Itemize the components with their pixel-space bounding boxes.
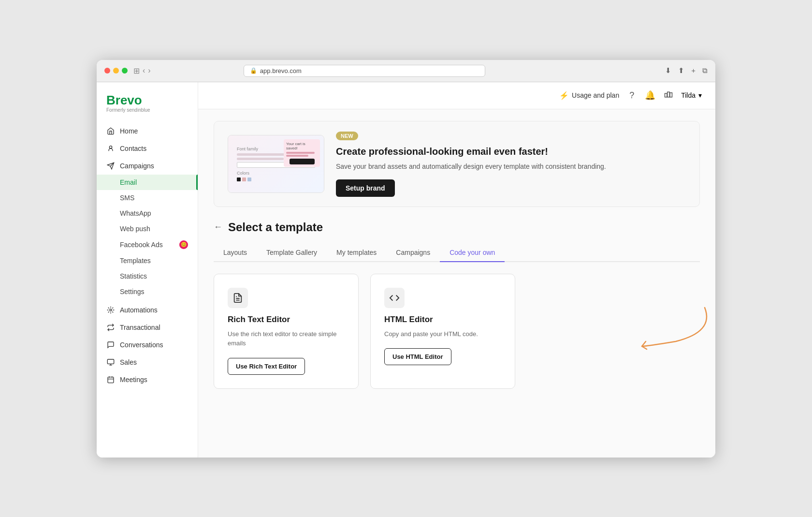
sidebar-item-home[interactable]: Home xyxy=(97,122,198,140)
tabs-icon[interactable]: ⧉ xyxy=(702,66,708,75)
sidebar-label-transactional: Transactional xyxy=(120,324,160,331)
sidebar-item-templates[interactable]: Templates xyxy=(97,253,198,268)
logo-section: Brevo Formerly sendinblue xyxy=(97,90,198,122)
user-name: Tilda xyxy=(681,91,696,99)
select-template-title: Select a template xyxy=(228,221,323,234)
sidebar-item-sms[interactable]: SMS xyxy=(97,190,198,206)
sidebar-label-campaigns: Campaigns xyxy=(120,162,154,170)
promo-banner: Font family Colors xyxy=(214,121,700,207)
org-icon[interactable] xyxy=(664,90,673,100)
contacts-icon xyxy=(106,144,115,153)
promo-badge: NEW xyxy=(336,132,358,140)
sidebar-label-web-push: Web push xyxy=(120,225,150,233)
tab-code-your-own[interactable]: Code your own xyxy=(440,244,505,262)
traffic-lights xyxy=(104,68,128,74)
promo-title: Create professional-looking email even f… xyxy=(336,145,686,158)
close-button[interactable] xyxy=(104,68,110,74)
url-text: app.brevo.com xyxy=(260,67,302,74)
sidebar-label-meetings: Meetings xyxy=(120,376,147,384)
use-html-editor-button[interactable]: Use HTML Editor xyxy=(384,348,451,365)
promo-desc: Save your brand assets and automatically… xyxy=(336,162,686,172)
browser-actions: ⬇ ⬆ + ⧉ xyxy=(665,66,708,75)
browser-window: ⊞ ‹ › 🔒 app.brevo.com ⬇ ⬆ + ⧉ Brevo Form… xyxy=(97,60,715,458)
notifications-icon[interactable]: 🔔 xyxy=(645,90,655,100)
html-editor-card[interactable]: HTML Editor Copy and paste your HTML cod… xyxy=(370,274,515,389)
svg-point-0 xyxy=(109,146,112,148)
browser-chrome: ⊞ ‹ › 🔒 app.brevo.com ⬇ ⬆ + ⧉ xyxy=(97,60,715,82)
html-editor-title: HTML Editor xyxy=(384,315,501,325)
content-area: Font family Colors xyxy=(198,109,715,400)
sidebar-label-facebook-ads: Facebook Ads xyxy=(120,241,163,249)
top-bar-icons: ? 🔔 xyxy=(627,90,673,100)
sidebar-label-whatsapp: WhatsApp xyxy=(120,209,151,217)
automations-icon xyxy=(106,306,115,314)
user-chevron-icon: ▾ xyxy=(698,91,702,99)
editor-cards: Rich Text Editor Use the rich text edito… xyxy=(214,274,700,389)
share-icon[interactable]: ⬆ xyxy=(678,66,684,75)
forward-nav-icon[interactable]: › xyxy=(148,66,150,75)
svg-point-3 xyxy=(110,309,112,311)
back-nav-icon[interactable]: ‹ xyxy=(143,66,145,75)
sidebar-item-conversations[interactable]: Conversations xyxy=(97,336,198,354)
transactional-icon xyxy=(106,323,115,332)
minimize-button[interactable] xyxy=(113,68,119,74)
maximize-button[interactable] xyxy=(122,68,128,74)
meetings-icon xyxy=(106,375,115,384)
new-tab-icon[interactable]: + xyxy=(691,66,696,75)
sidebar-item-meetings[interactable]: Meetings xyxy=(97,371,198,388)
tab-campaigns[interactable]: Campaigns xyxy=(386,244,440,262)
sidebar-item-facebook-ads[interactable]: Facebook Ads 😊 xyxy=(97,236,198,253)
sidebar-label-templates: Templates xyxy=(120,257,151,265)
address-bar[interactable]: 🔒 app.brevo.com xyxy=(244,65,485,77)
usage-plan-icon: ⚡ xyxy=(559,91,569,100)
lock-icon: 🔒 xyxy=(250,67,257,74)
svg-rect-13 xyxy=(670,93,672,97)
sidebar-item-settings[interactable]: Settings xyxy=(97,284,198,299)
rich-text-editor-title: Rich Text Editor xyxy=(228,315,345,325)
sidebar: Brevo Formerly sendinblue Home xyxy=(97,82,198,458)
promo-text: NEW Create professional-looking email ev… xyxy=(336,131,686,197)
main-content: ⚡ Usage and plan ? 🔔 Tilda xyxy=(198,82,715,458)
sidebar-label-statistics: Statistics xyxy=(120,272,147,280)
facebook-ads-badge: 😊 xyxy=(179,240,188,249)
sidebar-item-whatsapp[interactable]: WhatsApp xyxy=(97,206,198,221)
sidebar-label-home: Home xyxy=(120,127,138,135)
sidebar-label-automations: Automations xyxy=(120,306,158,314)
rich-text-icon xyxy=(228,288,248,308)
tab-layouts[interactable]: Layouts xyxy=(214,244,257,262)
promo-image-inner: Font family Colors xyxy=(228,135,324,192)
sidebar-item-campaigns[interactable]: Campaigns xyxy=(97,157,198,175)
promo-image: Font family Colors xyxy=(228,135,324,193)
brevo-logo: Brevo xyxy=(106,94,188,106)
back-arrow-button[interactable]: ← xyxy=(214,222,222,232)
sidebar-item-transactional[interactable]: Transactional xyxy=(97,319,198,336)
html-editor-desc: Copy and paste your HTML code. xyxy=(384,329,501,339)
sidebar-item-automations[interactable]: Automations xyxy=(97,301,198,319)
home-icon xyxy=(106,127,115,135)
sidebar-label-sales: Sales xyxy=(120,358,137,366)
setup-brand-button[interactable]: Setup brand xyxy=(336,179,395,197)
sidebar-item-contacts[interactable]: Contacts xyxy=(97,140,198,157)
sidebar-item-web-push[interactable]: Web push xyxy=(97,221,198,236)
svg-rect-12 xyxy=(667,92,670,97)
browser-nav-controls: ⊞ ‹ › xyxy=(133,66,151,75)
user-section[interactable]: Tilda ▾ xyxy=(681,91,702,99)
sidebar-item-sales[interactable]: Sales xyxy=(97,354,198,371)
html-editor-icon xyxy=(384,288,405,308)
svg-rect-11 xyxy=(665,93,667,97)
help-icon[interactable]: ? xyxy=(627,90,637,100)
use-rich-text-editor-button[interactable]: Use Rich Text Editor xyxy=(228,358,305,375)
sidebar-item-email[interactable]: Email xyxy=(97,175,198,190)
usage-plan-button[interactable]: ⚡ Usage and plan xyxy=(559,91,619,100)
sidebar-label-conversations: Conversations xyxy=(120,341,163,349)
sidebar-label-settings: Settings xyxy=(120,288,145,295)
download-icon[interactable]: ⬇ xyxy=(665,66,671,75)
sidebar-label-contacts: Contacts xyxy=(120,145,146,152)
sidebar-item-statistics[interactable]: Statistics xyxy=(97,268,198,284)
tab-template-gallery[interactable]: Template Gallery xyxy=(257,244,327,262)
sidebar-label-sms: SMS xyxy=(120,194,134,202)
window-icon[interactable]: ⊞ xyxy=(133,66,140,75)
rich-text-editor-card[interactable]: Rich Text Editor Use the rich text edito… xyxy=(214,274,359,389)
sidebar-label-email: Email xyxy=(120,178,137,186)
tab-my-templates[interactable]: My templates xyxy=(327,244,386,262)
